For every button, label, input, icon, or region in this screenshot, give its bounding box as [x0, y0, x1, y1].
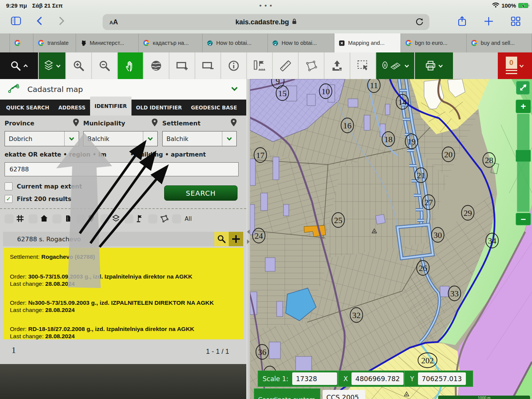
layers-icon — [112, 215, 120, 223]
layers-filter-checkbox[interactable] — [100, 214, 109, 223]
google-favicon — [14, 40, 21, 46]
order-entry: Order: RD-18-18/27.02.2008 g., izd. Izpa… — [10, 325, 236, 340]
all-filter-checkbox[interactable] — [172, 214, 181, 223]
municipality-select[interactable]: Balchik — [83, 131, 158, 146]
browser-tab-strip: translateМинистерст...кадастър на...How … — [0, 33, 532, 52]
forward-button-icon[interactable] — [58, 16, 65, 27]
overlay-tool-button[interactable] — [376, 52, 414, 79]
zoom-in-tool-button[interactable] — [66, 52, 91, 79]
collapse-left-icon[interactable] — [247, 230, 250, 234]
browser-tab-6[interactable]: How to obtai... — [268, 33, 334, 52]
all-filter-label: All — [185, 215, 192, 222]
hand-icon — [125, 59, 136, 72]
svg-text:17: 17 — [256, 150, 264, 160]
panel-collapse-handle[interactable] — [246, 228, 250, 245]
panel-tab-address[interactable]: ADDRESS — [54, 100, 90, 116]
browser-tab-4[interactable]: кадастър на... — [139, 33, 203, 52]
svg-text:30: 30 — [434, 230, 442, 240]
browser-tab-7[interactable]: Mapping and... — [334, 33, 401, 52]
address-bar[interactable]: AA kais.cadastre.bg — [103, 14, 429, 30]
browser-tab-5[interactable]: How to obtai... — [203, 33, 268, 52]
print-tool-button[interactable] — [415, 52, 453, 79]
coordinate-system-value[interactable]: CCS 2005 — [323, 390, 365, 399]
layers-tool-button[interactable] — [39, 52, 65, 79]
first-200-results-checkbox[interactable]: ✓ — [5, 195, 13, 203]
share-icon[interactable] — [458, 16, 467, 28]
search-tool-button[interactable] — [0, 52, 38, 79]
zoom-slider-track[interactable] — [517, 114, 530, 212]
browser-tab-8[interactable]: bgn to euro... — [401, 33, 467, 52]
browser-tab-9[interactable]: buy and sell... — [467, 33, 532, 52]
zoom-out-button[interactable]: − — [516, 213, 531, 225]
building-filter-checkbox[interactable] — [52, 214, 62, 223]
pan-tool-button[interactable] — [118, 52, 143, 79]
globe-tool-button[interactable] — [144, 52, 169, 79]
extent-remove-tool-button[interactable] — [195, 52, 220, 79]
panel-tab-quick-search[interactable]: QUICK SEARCH — [2, 100, 54, 116]
settlement-select[interactable]: Balchik — [162, 131, 237, 146]
browser-tab-1[interactable] — [10, 33, 33, 52]
search-button[interactable]: SEARCH — [164, 185, 238, 201]
polygon-icon — [305, 60, 318, 71]
cart-tool-button[interactable]: 0 — [498, 52, 532, 79]
tab-label: Министерст... — [90, 40, 124, 46]
home-filter-checkbox[interactable] — [28, 214, 38, 223]
browser-tab-3[interactable]: Министерст... — [76, 33, 139, 52]
province-select[interactable]: Dobrich — [5, 131, 79, 146]
panel-tab-old-identifier[interactable]: OLD IDENTIFIER — [131, 100, 187, 116]
svg-text:21: 21 — [417, 171, 425, 180]
new-tab-icon[interactable] — [484, 17, 493, 27]
zoom-slider-handle[interactable] — [516, 150, 531, 162]
tab-label: How to obtai... — [282, 40, 317, 46]
ruler-tool-button[interactable] — [273, 52, 298, 79]
result-row[interactable]: 62788 s. Rogachevo — [3, 232, 243, 246]
polygon-filter-checkbox[interactable] — [148, 214, 157, 223]
select-tool-button[interactable] — [350, 52, 375, 79]
coordinate-system-label: Coordinate system — [254, 388, 320, 399]
current-map-extent-checkbox[interactable] — [5, 182, 13, 190]
reload-icon[interactable] — [415, 17, 424, 28]
measure-tool-button[interactable] — [247, 52, 272, 79]
svg-text:10: 10 — [321, 87, 330, 96]
close-tab-favicon — [339, 40, 345, 46]
tabs-overview-icon[interactable] — [511, 16, 521, 28]
orders-list: Order: 300-5-73/15.09.2003 g., izd. Izpa… — [10, 273, 236, 340]
panel-map-divider[interactable] — [246, 79, 250, 399]
panel-tab-identifier[interactable]: IDENTIFIER — [90, 97, 131, 116]
map-canvas[interactable]: 9151011141618191720282127292524303426333… — [250, 79, 532, 399]
panel-tab-geodesic-base[interactable]: GEODESIC BASE — [187, 100, 242, 116]
zoom-in-button[interactable]: + — [516, 100, 531, 113]
browser-tab-0[interactable] — [0, 33, 10, 52]
identifier-input[interactable]: 62788 — [5, 162, 239, 176]
grid-filter-checkbox[interactable] — [5, 214, 14, 223]
panel-bottom-area — [0, 364, 246, 399]
browser-tab-2[interactable]: translate — [33, 33, 76, 52]
panel-collapse-chevron-icon[interactable] — [231, 86, 238, 93]
province-pin-icon[interactable] — [73, 119, 79, 128]
collapse-right-icon[interactable] — [247, 239, 250, 244]
x-input[interactable]: 4806969.782 — [352, 372, 404, 385]
cadastral-map-view[interactable]: 9151011141618191720282127292524303426333… — [250, 79, 532, 399]
y-input[interactable]: 706257.013 — [418, 372, 466, 385]
screen: 9:29 πμ Σάβ 21 Σεπ ● ● ● 100% AA kais.ca… — [0, 0, 532, 399]
coordinate-bar: Scale 1: 17328 X 4806969.782 Y 706257.01… — [258, 370, 473, 387]
result-add-icon[interactable] — [229, 232, 243, 246]
fullscreen-button[interactable] — [516, 81, 530, 95]
pin-filter-checkbox[interactable] — [76, 214, 86, 223]
pagination-page[interactable]: 1 — [11, 345, 16, 355]
zoom-out-tool-button[interactable] — [92, 52, 117, 79]
info-tool-button[interactable] — [221, 52, 246, 79]
settlement-pin-icon[interactable] — [231, 119, 237, 128]
back-button-icon[interactable] — [36, 16, 43, 27]
result-zoom-icon[interactable] — [214, 232, 229, 246]
home-icon — [40, 215, 49, 223]
polygon-tool-button[interactable] — [299, 52, 324, 79]
svg-text:19: 19 — [407, 137, 416, 146]
province-value: Dobrich — [5, 135, 32, 142]
scale-input[interactable]: 17328 — [292, 372, 337, 385]
upload-tool-button[interactable] — [325, 52, 350, 79]
sidebar-toggle-icon[interactable] — [11, 16, 21, 27]
municipality-pin-icon[interactable] — [152, 119, 158, 128]
flag-filter-checkbox[interactable] — [124, 214, 133, 223]
extent-add-tool-button[interactable] — [169, 52, 195, 79]
